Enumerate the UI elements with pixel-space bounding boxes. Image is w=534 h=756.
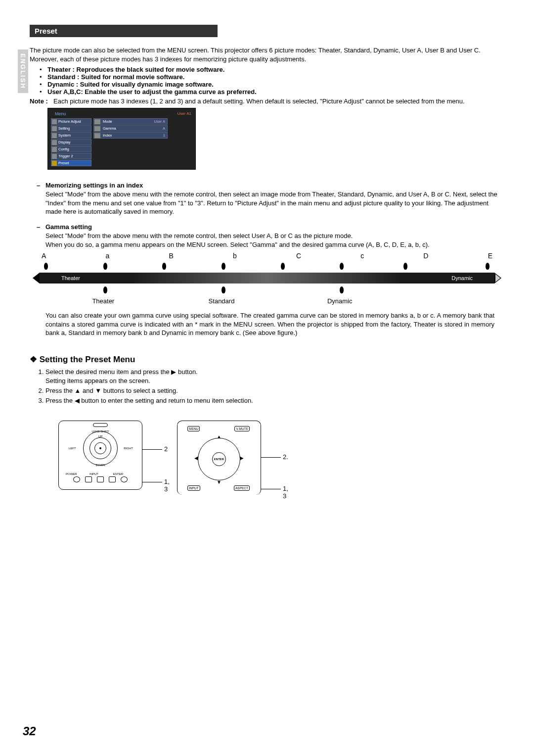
- projector-lead-2: 2: [164, 445, 168, 453]
- steps-list: Select the desired menu item and press t…: [39, 368, 504, 406]
- menu-row-index: Index1: [93, 132, 168, 139]
- projector-lead-13: 1, 3: [164, 478, 170, 493]
- remote-lead-13: 1, 3: [283, 485, 288, 500]
- gamma-label-E: E: [488, 252, 492, 260]
- subbody-gamma: Select "Mode" from the above menu with t…: [45, 232, 504, 249]
- remote-left-icon: ◀: [194, 455, 198, 461]
- menu-item-config: Config: [51, 146, 91, 152]
- gamma-label-A: A: [42, 252, 46, 260]
- menu-item-trigger2: Trigger 2: [51, 153, 91, 159]
- menu-row-mode: ModeUser A: [93, 118, 168, 125]
- remote-right-icon: ▶: [240, 455, 244, 461]
- gamma-label-c: c: [360, 252, 364, 260]
- remote-enter-button: ENTER: [212, 452, 226, 466]
- remote-lead-2: 2.: [283, 453, 288, 461]
- menu-item-system: System: [51, 132, 91, 139]
- bullet-user: •User A,B,C: Enable the user to adjust t…: [40, 88, 504, 95]
- gamma-label-C: C: [296, 252, 301, 260]
- menu-item-setting: Setting: [51, 125, 91, 132]
- note-label: Note :: [30, 97, 53, 105]
- menu-corner-label: User A1: [178, 111, 191, 116]
- gamma-diagram: A a B b C c D E Theater Dynamic Theater …: [40, 252, 494, 306]
- language-tab: ENGLISH: [18, 49, 28, 93]
- remote-menu-button: MENU: [187, 426, 200, 431]
- menu-left-column: Picture Adjust Setting System Display Co…: [51, 118, 91, 167]
- gamma-follow-paragraph: You can also create your own gamma curve…: [45, 311, 494, 337]
- page-number: 32: [23, 724, 36, 738]
- menu-item-picture-adjust: Picture Adjust: [51, 118, 91, 125]
- remote-input-button: INPUT: [187, 485, 200, 491]
- gamma-bar-right-label: Dynamic: [451, 275, 473, 281]
- remote-diagram: MENU V-MUTE INPUT ASPECT ENTER ▲ ▼ ◀ ▶ 2…: [177, 421, 261, 495]
- gamma-label-b: b: [233, 252, 237, 260]
- step-1: Select the desired menu item and press t…: [45, 368, 504, 385]
- remote-down-icon: ▼: [217, 479, 222, 485]
- gamma-bar: Theater Dynamic: [40, 273, 494, 284]
- bullet-theater: •Theater : Reproduces the black suited f…: [40, 66, 504, 73]
- gamma-label-a: a: [106, 252, 110, 260]
- menu-row-gamma: GammaA: [93, 125, 168, 132]
- menu-screenshot: Menu User A1 Picture Adjust Setting Syst…: [47, 108, 196, 170]
- intro-paragraph: The picture mode can also be selected fr…: [30, 46, 504, 64]
- step-2: Press the ▲ and ▼ buttons to select a se…: [45, 386, 504, 395]
- bullet-dynamic: •Dynamic : Suited for visually dynamic i…: [40, 81, 504, 88]
- remote-aspect-button: ASPECT: [234, 485, 250, 491]
- projector-diagram: LENS SHIFT UP LEFT RIGHT DOWN POWER INPU…: [58, 421, 142, 495]
- gamma-label-D: D: [423, 252, 428, 260]
- menu-item-display: Display: [51, 139, 91, 145]
- subbody-memorizing: Select "Mode" from the above menu with t…: [45, 190, 504, 216]
- gamma-bottom-theater: Theater: [92, 297, 114, 305]
- subhead-memorizing: –Memorizing settings in an index: [37, 182, 504, 189]
- bullet-standard: •Standard : Suited for normal movie soft…: [40, 73, 504, 81]
- menu-title: Menu: [55, 111, 66, 116]
- section-header-preset: Preset: [30, 25, 218, 37]
- arrow-left-icon: [33, 273, 40, 284]
- gamma-label-B: B: [169, 252, 173, 260]
- menu-item-preset: Preset: [51, 160, 91, 166]
- step-3: Press the ◀ button to enter the setting …: [45, 396, 504, 405]
- note-text: Each picture mode has 3 indexes (1, 2 an…: [53, 97, 504, 105]
- remote-vmute-button: V-MUTE: [234, 426, 250, 431]
- arrow-right-icon: [494, 273, 501, 284]
- subhead-gamma: –Gamma setting: [37, 223, 504, 231]
- gamma-bottom-dynamic: Dynamic: [327, 297, 353, 305]
- menu-right-column: ModeUser A GammaA Index1: [93, 118, 168, 139]
- remote-up-icon: ▲: [217, 434, 222, 439]
- gamma-bar-left-label: Theater: [61, 275, 80, 281]
- heading-setting-preset-menu: Setting the Preset Menu: [30, 354, 504, 365]
- gamma-bottom-standard: Standard: [209, 297, 235, 305]
